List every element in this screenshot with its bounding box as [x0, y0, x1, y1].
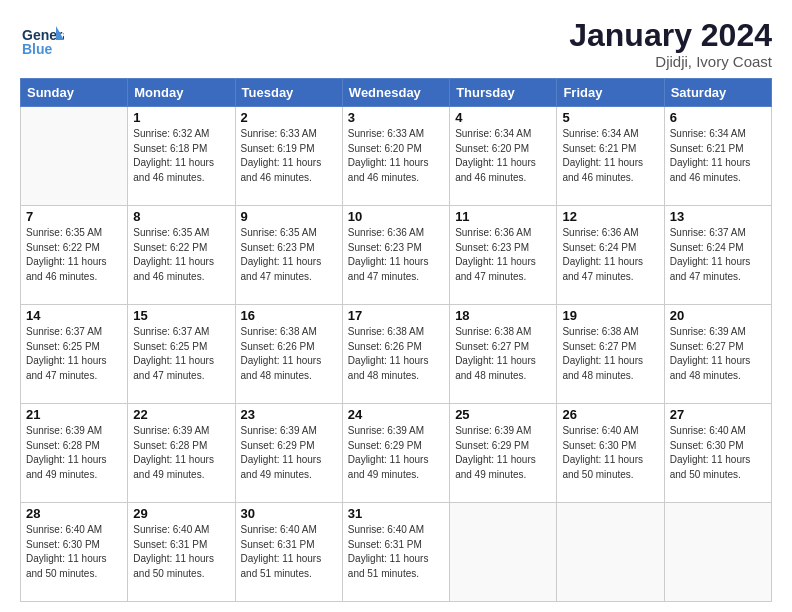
table-row: 7Sunrise: 6:35 AMSunset: 6:22 PMDaylight…: [21, 206, 128, 305]
day-info: Sunrise: 6:34 AMSunset: 6:21 PMDaylight:…: [562, 127, 658, 185]
col-saturday: Saturday: [664, 79, 771, 107]
day-info: Sunrise: 6:40 AMSunset: 6:31 PMDaylight:…: [241, 523, 337, 581]
table-row: 3Sunrise: 6:33 AMSunset: 6:20 PMDaylight…: [342, 107, 449, 206]
day-info: Sunrise: 6:34 AMSunset: 6:20 PMDaylight:…: [455, 127, 551, 185]
day-number: 20: [670, 308, 766, 323]
day-info: Sunrise: 6:40 AMSunset: 6:30 PMDaylight:…: [562, 424, 658, 482]
day-number: 15: [133, 308, 229, 323]
col-thursday: Thursday: [450, 79, 557, 107]
table-row: 1Sunrise: 6:32 AMSunset: 6:18 PMDaylight…: [128, 107, 235, 206]
day-info: Sunrise: 6:34 AMSunset: 6:21 PMDaylight:…: [670, 127, 766, 185]
table-row: 15Sunrise: 6:37 AMSunset: 6:25 PMDayligh…: [128, 305, 235, 404]
day-info: Sunrise: 6:32 AMSunset: 6:18 PMDaylight:…: [133, 127, 229, 185]
day-number: 1: [133, 110, 229, 125]
table-row: 25Sunrise: 6:39 AMSunset: 6:29 PMDayligh…: [450, 404, 557, 503]
table-row: 16Sunrise: 6:38 AMSunset: 6:26 PMDayligh…: [235, 305, 342, 404]
day-info: Sunrise: 6:33 AMSunset: 6:20 PMDaylight:…: [348, 127, 444, 185]
calendar-header-row: Sunday Monday Tuesday Wednesday Thursday…: [21, 79, 772, 107]
day-info: Sunrise: 6:39 AMSunset: 6:29 PMDaylight:…: [455, 424, 551, 482]
table-row: 5Sunrise: 6:34 AMSunset: 6:21 PMDaylight…: [557, 107, 664, 206]
day-number: 28: [26, 506, 122, 521]
day-number: 18: [455, 308, 551, 323]
day-info: Sunrise: 6:39 AMSunset: 6:29 PMDaylight:…: [241, 424, 337, 482]
location-subtitle: Djidji, Ivory Coast: [569, 53, 772, 70]
day-number: 8: [133, 209, 229, 224]
day-number: 31: [348, 506, 444, 521]
day-number: 29: [133, 506, 229, 521]
day-number: 10: [348, 209, 444, 224]
calendar-week-row: 14Sunrise: 6:37 AMSunset: 6:25 PMDayligh…: [21, 305, 772, 404]
day-number: 25: [455, 407, 551, 422]
day-number: 13: [670, 209, 766, 224]
day-info: Sunrise: 6:37 AMSunset: 6:25 PMDaylight:…: [133, 325, 229, 383]
calendar-table: Sunday Monday Tuesday Wednesday Thursday…: [20, 78, 772, 602]
table-row: [557, 503, 664, 602]
day-info: Sunrise: 6:40 AMSunset: 6:30 PMDaylight:…: [26, 523, 122, 581]
day-info: Sunrise: 6:35 AMSunset: 6:22 PMDaylight:…: [133, 226, 229, 284]
day-number: 14: [26, 308, 122, 323]
day-info: Sunrise: 6:40 AMSunset: 6:31 PMDaylight:…: [348, 523, 444, 581]
day-number: 23: [241, 407, 337, 422]
table-row: 31Sunrise: 6:40 AMSunset: 6:31 PMDayligh…: [342, 503, 449, 602]
day-info: Sunrise: 6:36 AMSunset: 6:24 PMDaylight:…: [562, 226, 658, 284]
table-row: [450, 503, 557, 602]
table-row: 19Sunrise: 6:38 AMSunset: 6:27 PMDayligh…: [557, 305, 664, 404]
table-row: 8Sunrise: 6:35 AMSunset: 6:22 PMDaylight…: [128, 206, 235, 305]
day-number: 3: [348, 110, 444, 125]
table-row: 17Sunrise: 6:38 AMSunset: 6:26 PMDayligh…: [342, 305, 449, 404]
table-row: 30Sunrise: 6:40 AMSunset: 6:31 PMDayligh…: [235, 503, 342, 602]
day-number: 21: [26, 407, 122, 422]
day-info: Sunrise: 6:37 AMSunset: 6:25 PMDaylight:…: [26, 325, 122, 383]
day-info: Sunrise: 6:38 AMSunset: 6:26 PMDaylight:…: [348, 325, 444, 383]
svg-text:Blue: Blue: [22, 41, 53, 57]
day-number: 9: [241, 209, 337, 224]
day-info: Sunrise: 6:35 AMSunset: 6:23 PMDaylight:…: [241, 226, 337, 284]
day-number: 6: [670, 110, 766, 125]
table-row: 26Sunrise: 6:40 AMSunset: 6:30 PMDayligh…: [557, 404, 664, 503]
day-number: 22: [133, 407, 229, 422]
table-row: 13Sunrise: 6:37 AMSunset: 6:24 PMDayligh…: [664, 206, 771, 305]
month-title: January 2024: [569, 18, 772, 53]
day-info: Sunrise: 6:39 AMSunset: 6:28 PMDaylight:…: [26, 424, 122, 482]
logo-icon: General Blue: [20, 18, 64, 62]
day-number: 24: [348, 407, 444, 422]
table-row: 18Sunrise: 6:38 AMSunset: 6:27 PMDayligh…: [450, 305, 557, 404]
calendar-week-row: 1Sunrise: 6:32 AMSunset: 6:18 PMDaylight…: [21, 107, 772, 206]
table-row: 2Sunrise: 6:33 AMSunset: 6:19 PMDaylight…: [235, 107, 342, 206]
logo: General Blue: [20, 18, 64, 62]
calendar-week-row: 21Sunrise: 6:39 AMSunset: 6:28 PMDayligh…: [21, 404, 772, 503]
day-info: Sunrise: 6:39 AMSunset: 6:29 PMDaylight:…: [348, 424, 444, 482]
day-number: 16: [241, 308, 337, 323]
day-number: 12: [562, 209, 658, 224]
day-info: Sunrise: 6:40 AMSunset: 6:31 PMDaylight:…: [133, 523, 229, 581]
table-row: 27Sunrise: 6:40 AMSunset: 6:30 PMDayligh…: [664, 404, 771, 503]
col-monday: Monday: [128, 79, 235, 107]
day-number: 26: [562, 407, 658, 422]
day-info: Sunrise: 6:33 AMSunset: 6:19 PMDaylight:…: [241, 127, 337, 185]
table-row: 28Sunrise: 6:40 AMSunset: 6:30 PMDayligh…: [21, 503, 128, 602]
table-row: 10Sunrise: 6:36 AMSunset: 6:23 PMDayligh…: [342, 206, 449, 305]
day-info: Sunrise: 6:39 AMSunset: 6:28 PMDaylight:…: [133, 424, 229, 482]
day-number: 17: [348, 308, 444, 323]
day-number: 2: [241, 110, 337, 125]
calendar-week-row: 7Sunrise: 6:35 AMSunset: 6:22 PMDaylight…: [21, 206, 772, 305]
day-info: Sunrise: 6:40 AMSunset: 6:30 PMDaylight:…: [670, 424, 766, 482]
day-info: Sunrise: 6:35 AMSunset: 6:22 PMDaylight:…: [26, 226, 122, 284]
title-section: January 2024 Djidji, Ivory Coast: [569, 18, 772, 70]
table-row: 14Sunrise: 6:37 AMSunset: 6:25 PMDayligh…: [21, 305, 128, 404]
col-friday: Friday: [557, 79, 664, 107]
header: General Blue January 2024 Djidji, Ivory …: [20, 18, 772, 70]
table-row: 11Sunrise: 6:36 AMSunset: 6:23 PMDayligh…: [450, 206, 557, 305]
day-number: 7: [26, 209, 122, 224]
day-info: Sunrise: 6:36 AMSunset: 6:23 PMDaylight:…: [455, 226, 551, 284]
col-wednesday: Wednesday: [342, 79, 449, 107]
table-row: 29Sunrise: 6:40 AMSunset: 6:31 PMDayligh…: [128, 503, 235, 602]
calendar-week-row: 28Sunrise: 6:40 AMSunset: 6:30 PMDayligh…: [21, 503, 772, 602]
table-row: 4Sunrise: 6:34 AMSunset: 6:20 PMDaylight…: [450, 107, 557, 206]
day-info: Sunrise: 6:38 AMSunset: 6:27 PMDaylight:…: [562, 325, 658, 383]
day-info: Sunrise: 6:36 AMSunset: 6:23 PMDaylight:…: [348, 226, 444, 284]
table-row: 22Sunrise: 6:39 AMSunset: 6:28 PMDayligh…: [128, 404, 235, 503]
day-number: 4: [455, 110, 551, 125]
col-sunday: Sunday: [21, 79, 128, 107]
table-row: 21Sunrise: 6:39 AMSunset: 6:28 PMDayligh…: [21, 404, 128, 503]
